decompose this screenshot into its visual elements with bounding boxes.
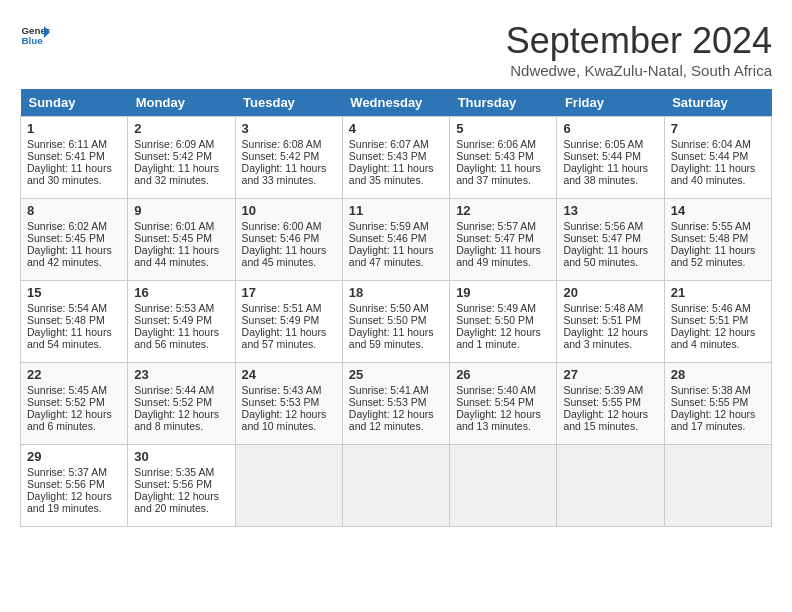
calendar-week-row: 29Sunrise: 5:37 AMSunset: 5:56 PMDayligh… bbox=[21, 445, 772, 527]
daylight-text: Daylight: 11 hours and 42 minutes. bbox=[27, 244, 112, 268]
sunrise-text: Sunrise: 6:11 AM bbox=[27, 138, 107, 150]
daylight-text: Daylight: 12 hours and 4 minutes. bbox=[671, 326, 756, 350]
day-number: 2 bbox=[134, 121, 228, 136]
daylight-text: Daylight: 11 hours and 59 minutes. bbox=[349, 326, 434, 350]
day-number: 1 bbox=[27, 121, 121, 136]
calendar-cell: 2Sunrise: 6:09 AMSunset: 5:42 PMDaylight… bbox=[128, 117, 235, 199]
sunrise-text: Sunrise: 5:37 AM bbox=[27, 466, 107, 478]
sunrise-text: Sunrise: 5:57 AM bbox=[456, 220, 536, 232]
sunrise-text: Sunrise: 5:59 AM bbox=[349, 220, 429, 232]
day-number: 21 bbox=[671, 285, 765, 300]
sunrise-text: Sunrise: 6:07 AM bbox=[349, 138, 429, 150]
sunset-text: Sunset: 5:45 PM bbox=[134, 232, 212, 244]
daylight-text: Daylight: 11 hours and 33 minutes. bbox=[242, 162, 327, 186]
calendar-cell: 7Sunrise: 6:04 AMSunset: 5:44 PMDaylight… bbox=[664, 117, 771, 199]
calendar-cell: 10Sunrise: 6:00 AMSunset: 5:46 PMDayligh… bbox=[235, 199, 342, 281]
sunset-text: Sunset: 5:48 PM bbox=[27, 314, 105, 326]
day-number: 18 bbox=[349, 285, 443, 300]
day-number: 27 bbox=[563, 367, 657, 382]
daylight-text: Daylight: 11 hours and 50 minutes. bbox=[563, 244, 648, 268]
daylight-text: Daylight: 12 hours and 20 minutes. bbox=[134, 490, 219, 514]
col-header-monday: Monday bbox=[128, 89, 235, 117]
day-number: 29 bbox=[27, 449, 121, 464]
calendar-cell: 25Sunrise: 5:41 AMSunset: 5:53 PMDayligh… bbox=[342, 363, 449, 445]
calendar-cell: 19Sunrise: 5:49 AMSunset: 5:50 PMDayligh… bbox=[450, 281, 557, 363]
daylight-text: Daylight: 12 hours and 6 minutes. bbox=[27, 408, 112, 432]
sunrise-text: Sunrise: 5:44 AM bbox=[134, 384, 214, 396]
sunset-text: Sunset: 5:48 PM bbox=[671, 232, 749, 244]
sunset-text: Sunset: 5:50 PM bbox=[349, 314, 427, 326]
day-number: 8 bbox=[27, 203, 121, 218]
sunrise-text: Sunrise: 5:43 AM bbox=[242, 384, 322, 396]
calendar-cell: 21Sunrise: 5:46 AMSunset: 5:51 PMDayligh… bbox=[664, 281, 771, 363]
calendar-cell: 12Sunrise: 5:57 AMSunset: 5:47 PMDayligh… bbox=[450, 199, 557, 281]
sunrise-text: Sunrise: 5:53 AM bbox=[134, 302, 214, 314]
day-number: 26 bbox=[456, 367, 550, 382]
day-number: 5 bbox=[456, 121, 550, 136]
sunset-text: Sunset: 5:54 PM bbox=[456, 396, 534, 408]
daylight-text: Daylight: 12 hours and 12 minutes. bbox=[349, 408, 434, 432]
day-number: 4 bbox=[349, 121, 443, 136]
col-header-tuesday: Tuesday bbox=[235, 89, 342, 117]
daylight-text: Daylight: 11 hours and 45 minutes. bbox=[242, 244, 327, 268]
col-header-thursday: Thursday bbox=[450, 89, 557, 117]
sunset-text: Sunset: 5:56 PM bbox=[27, 478, 105, 490]
calendar-week-row: 1Sunrise: 6:11 AMSunset: 5:41 PMDaylight… bbox=[21, 117, 772, 199]
sunset-text: Sunset: 5:46 PM bbox=[349, 232, 427, 244]
day-number: 24 bbox=[242, 367, 336, 382]
daylight-text: Daylight: 11 hours and 47 minutes. bbox=[349, 244, 434, 268]
col-header-wednesday: Wednesday bbox=[342, 89, 449, 117]
logo: General Blue bbox=[20, 20, 50, 50]
calendar-cell bbox=[342, 445, 449, 527]
day-number: 28 bbox=[671, 367, 765, 382]
sunset-text: Sunset: 5:51 PM bbox=[671, 314, 749, 326]
daylight-text: Daylight: 11 hours and 54 minutes. bbox=[27, 326, 112, 350]
sunset-text: Sunset: 5:41 PM bbox=[27, 150, 105, 162]
sunrise-text: Sunrise: 5:45 AM bbox=[27, 384, 107, 396]
sunrise-text: Sunrise: 5:39 AM bbox=[563, 384, 643, 396]
day-number: 23 bbox=[134, 367, 228, 382]
sunrise-text: Sunrise: 5:55 AM bbox=[671, 220, 751, 232]
daylight-text: Daylight: 11 hours and 40 minutes. bbox=[671, 162, 756, 186]
calendar-cell: 30Sunrise: 5:35 AMSunset: 5:56 PMDayligh… bbox=[128, 445, 235, 527]
day-number: 15 bbox=[27, 285, 121, 300]
sunrise-text: Sunrise: 5:38 AM bbox=[671, 384, 751, 396]
daylight-text: Daylight: 11 hours and 30 minutes. bbox=[27, 162, 112, 186]
calendar-cell bbox=[664, 445, 771, 527]
sunrise-text: Sunrise: 5:56 AM bbox=[563, 220, 643, 232]
calendar-cell: 23Sunrise: 5:44 AMSunset: 5:52 PMDayligh… bbox=[128, 363, 235, 445]
sunset-text: Sunset: 5:42 PM bbox=[134, 150, 212, 162]
calendar-cell: 27Sunrise: 5:39 AMSunset: 5:55 PMDayligh… bbox=[557, 363, 664, 445]
sunset-text: Sunset: 5:50 PM bbox=[456, 314, 534, 326]
daylight-text: Daylight: 11 hours and 35 minutes. bbox=[349, 162, 434, 186]
calendar-cell: 18Sunrise: 5:50 AMSunset: 5:50 PMDayligh… bbox=[342, 281, 449, 363]
sunset-text: Sunset: 5:47 PM bbox=[456, 232, 534, 244]
daylight-text: Daylight: 12 hours and 15 minutes. bbox=[563, 408, 648, 432]
calendar-cell: 28Sunrise: 5:38 AMSunset: 5:55 PMDayligh… bbox=[664, 363, 771, 445]
calendar-cell: 3Sunrise: 6:08 AMSunset: 5:42 PMDaylight… bbox=[235, 117, 342, 199]
sunset-text: Sunset: 5:46 PM bbox=[242, 232, 320, 244]
sunrise-text: Sunrise: 6:00 AM bbox=[242, 220, 322, 232]
calendar-header-row: SundayMondayTuesdayWednesdayThursdayFrid… bbox=[21, 89, 772, 117]
daylight-text: Daylight: 12 hours and 3 minutes. bbox=[563, 326, 648, 350]
day-number: 7 bbox=[671, 121, 765, 136]
logo-icon: General Blue bbox=[20, 20, 50, 50]
calendar-cell: 17Sunrise: 5:51 AMSunset: 5:49 PMDayligh… bbox=[235, 281, 342, 363]
calendar-cell: 29Sunrise: 5:37 AMSunset: 5:56 PMDayligh… bbox=[21, 445, 128, 527]
daylight-text: Daylight: 12 hours and 17 minutes. bbox=[671, 408, 756, 432]
sunset-text: Sunset: 5:55 PM bbox=[671, 396, 749, 408]
daylight-text: Daylight: 11 hours and 37 minutes. bbox=[456, 162, 541, 186]
sunset-text: Sunset: 5:44 PM bbox=[563, 150, 641, 162]
daylight-text: Daylight: 12 hours and 19 minutes. bbox=[27, 490, 112, 514]
day-number: 20 bbox=[563, 285, 657, 300]
calendar-week-row: 8Sunrise: 6:02 AMSunset: 5:45 PMDaylight… bbox=[21, 199, 772, 281]
sunrise-text: Sunrise: 5:49 AM bbox=[456, 302, 536, 314]
daylight-text: Daylight: 11 hours and 49 minutes. bbox=[456, 244, 541, 268]
day-number: 14 bbox=[671, 203, 765, 218]
calendar-cell: 26Sunrise: 5:40 AMSunset: 5:54 PMDayligh… bbox=[450, 363, 557, 445]
sunrise-text: Sunrise: 5:50 AM bbox=[349, 302, 429, 314]
sunset-text: Sunset: 5:45 PM bbox=[27, 232, 105, 244]
calendar-cell: 24Sunrise: 5:43 AMSunset: 5:53 PMDayligh… bbox=[235, 363, 342, 445]
sunset-text: Sunset: 5:43 PM bbox=[349, 150, 427, 162]
calendar-cell: 5Sunrise: 6:06 AMSunset: 5:43 PMDaylight… bbox=[450, 117, 557, 199]
